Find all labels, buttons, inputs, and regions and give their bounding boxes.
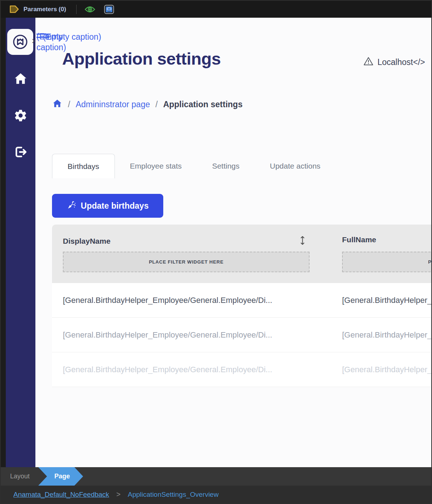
breadcrumb-link-administrator[interactable]: Admininstrator page xyxy=(75,100,150,109)
localhost-indicator[interactable]: Localhost</> xyxy=(363,57,425,68)
preview-eye-icon[interactable] xyxy=(85,5,95,13)
column-header-displayname[interactable]: DisplayName xyxy=(63,237,111,246)
cell-displayname: [General.BirthdayHelper_Employee/General… xyxy=(52,296,320,305)
page-title: Application settings xyxy=(62,49,221,69)
window-left-strip xyxy=(1,18,6,467)
tab-update-actions[interactable]: Update actions xyxy=(255,154,336,178)
cell-displayname: [General.BirthdayHelper_Employee/General… xyxy=(52,330,320,340)
tab-layout[interactable]: Layout xyxy=(10,473,30,480)
localhost-label: Localhost</> xyxy=(377,57,425,67)
empty-caption-inline[interactable]: (Empty caption) xyxy=(43,32,101,42)
column-header-fullname[interactable]: FullName xyxy=(342,235,376,244)
column-fullname: FullName PLACE FILTER WIDGET HERE xyxy=(331,225,432,283)
update-birthdays-button[interactable]: Update birthdays xyxy=(52,194,163,218)
breadcrumb-current: Application settings xyxy=(163,100,243,109)
sidebar-item-home[interactable] xyxy=(6,72,35,87)
home-icon xyxy=(14,72,27,87)
document-tab-bar: Layout Page xyxy=(1,467,431,486)
chevron-right-icon[interactable]: › xyxy=(32,35,35,46)
module-link[interactable]: Anamata_Default_NoFeedback xyxy=(13,491,109,499)
status-path-bar: Anamata_Default_NoFeedback > Application… xyxy=(1,486,431,503)
sidebar-nav xyxy=(6,18,35,467)
party-popper-icon xyxy=(67,200,77,212)
breadcrumb-separator: / xyxy=(68,100,70,109)
warning-icon xyxy=(363,57,373,68)
table-row[interactable]: [General.BirthdayHelper_Employee/General… xyxy=(52,318,432,352)
sort-updown-icon[interactable] xyxy=(300,235,305,247)
cell-fullname: [General.BirthdayHelper_Employee/General… xyxy=(331,365,432,374)
breadcrumb-home-icon[interactable] xyxy=(52,99,62,110)
datagrid-header: DisplayName PLACE FILTER WIDGET HERE Ful… xyxy=(52,225,432,283)
parameters-flag-icon[interactable] xyxy=(9,5,19,13)
path-separator: > xyxy=(116,490,121,499)
sidebar-item-signout[interactable] xyxy=(6,145,35,160)
column-displayname: DisplayName PLACE FILTER WIDGET HERE xyxy=(52,225,320,283)
app-window: Parameters (0) xyxy=(0,0,432,504)
app-logo[interactable] xyxy=(7,29,33,55)
breadcrumb-separator: / xyxy=(155,100,157,109)
table-row[interactable]: [General.BirthdayHelper_Employee/General… xyxy=(52,283,432,318)
tab-birthdays[interactable]: Birthdays xyxy=(52,154,115,178)
datagrid-body: [General.BirthdayHelper_Employee/General… xyxy=(52,283,432,387)
birthdays-datagrid: DisplayName PLACE FILTER WIDGET HERE Ful… xyxy=(52,225,432,387)
top-toolbar: Parameters (0) xyxy=(1,1,431,18)
cell-fullname: [General.BirthdayHelper_Employee/General… xyxy=(331,330,432,340)
table-row[interactable]: [General.BirthdayHelper_Employee/General… xyxy=(52,352,432,387)
tab-page-active[interactable]: Page xyxy=(38,467,83,486)
device-view-icon[interactable] xyxy=(104,5,114,14)
gear-icon xyxy=(14,109,27,124)
update-birthdays-label: Update birthdays xyxy=(81,201,149,211)
sidebar-item-settings[interactable] xyxy=(6,109,35,124)
page-canvas: (Empty caption) (Empty caption) Applicat… xyxy=(35,18,432,467)
cell-displayname: [General.BirthdayHelper_Employee/General… xyxy=(52,365,320,374)
page-document-link[interactable]: ApplicationSettings_Overview xyxy=(128,491,219,499)
signout-icon xyxy=(14,145,27,160)
tab-bar: Birthdays Employee stats Settings Update… xyxy=(52,154,336,178)
filter-widget-placeholder[interactable]: PLACE FILTER WIDGET HERE xyxy=(342,252,432,272)
filter-widget-placeholder[interactable]: PLACE FILTER WIDGET HERE xyxy=(63,252,310,272)
cell-fullname: [General.BirthdayHelper_Employee/General… xyxy=(331,296,432,305)
tab-settings[interactable]: Settings xyxy=(197,154,255,178)
breadcrumb: / Admininstrator page / Application sett… xyxy=(52,99,242,110)
toolbar-divider xyxy=(76,5,77,14)
tab-employee-stats[interactable]: Employee stats xyxy=(115,154,197,178)
parameters-label[interactable]: Parameters (0) xyxy=(23,6,66,13)
